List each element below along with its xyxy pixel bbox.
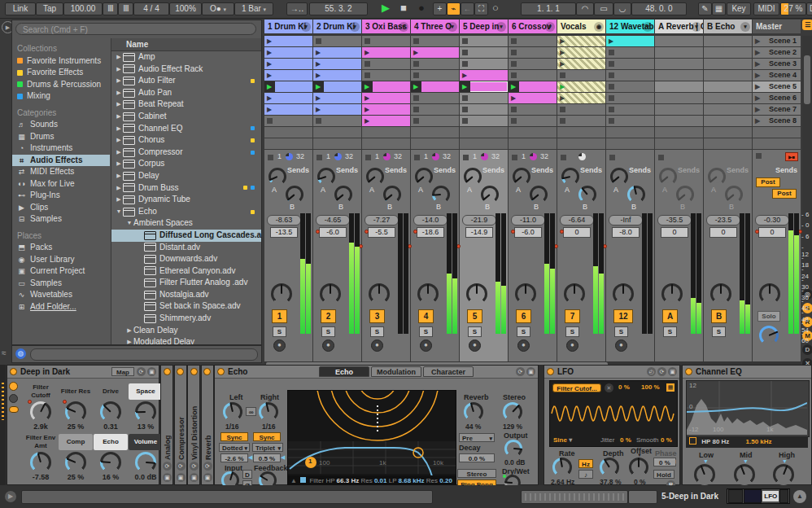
send-b-knob[interactable] [627, 186, 645, 204]
empty-clip-slot[interactable] [313, 36, 361, 46]
punch-out-button[interactable]: ◡ [613, 2, 631, 15]
empty-clip-slot[interactable] [557, 104, 605, 115]
clip-stop-icon[interactable] [413, 72, 419, 78]
scene-play-icon[interactable]: ▶ [755, 37, 760, 45]
track-header[interactable]: 12 Wavetabl▾ [606, 20, 654, 33]
loop-start-field[interactable]: 1. 1. 1 [521, 2, 576, 15]
mixer-section-toggle-4[interactable]: D [802, 344, 812, 355]
smooth-value[interactable]: 0 % [661, 436, 672, 444]
empty-clip-slot[interactable] [411, 116, 459, 126]
empty-clip-slot[interactable] [509, 70, 557, 81]
lfo-offset-knob[interactable] [629, 458, 648, 477]
track-activator-button[interactable]: 4 [418, 309, 434, 323]
clip-play-icon[interactable]: ▶ [267, 94, 272, 102]
preview-play-icon[interactable]: ▶ [5, 491, 16, 502]
volume-field[interactable]: 0 [661, 227, 688, 238]
playing-clip-button[interactable]: ▶ [313, 81, 324, 92]
clip-play-icon[interactable]: ▶ [365, 106, 369, 113]
clip-play-icon[interactable]: ▶ [365, 94, 369, 102]
lfo-wave-select[interactable]: Sine ▾ [553, 436, 572, 444]
mid-freq-value[interactable]: 1.50 kHz [746, 438, 772, 445]
track-activator-button[interactable]: 12 [613, 309, 633, 323]
macro-knob[interactable] [135, 452, 156, 473]
lfo-title-bar[interactable]: LFO ◴ ⟳ ▣ [544, 366, 679, 379]
pan-knob[interactable] [417, 283, 439, 304]
empty-clip-slot[interactable] [460, 36, 508, 46]
clip-play-icon[interactable]: ▶ [316, 72, 321, 79]
pan-knob[interactable] [369, 283, 390, 304]
peak-level-badge[interactable]: -23.5 [706, 215, 740, 226]
track-header[interactable]: 6 Crossov▾ [509, 20, 557, 33]
macro-value[interactable]: 16 % [94, 473, 128, 481]
session-clip[interactable]: ▶ [313, 70, 361, 81]
playing-clip-button[interactable]: ▶ [460, 81, 470, 92]
volume-field[interactable]: -14.9 [465, 227, 493, 238]
clip-stop-icon[interactable] [413, 107, 419, 112]
return-clip-slot[interactable] [655, 116, 703, 126]
master-track-header[interactable]: Master [753, 20, 801, 33]
hotswap-icon[interactable]: ⟳ [657, 367, 666, 376]
offset-right-field[interactable]: 0.5 % [253, 453, 281, 462]
clip-stop-icon[interactable] [365, 38, 370, 44]
macro-knob[interactable] [65, 401, 86, 423]
chevron-down-icon[interactable]: ▾ [496, 22, 506, 32]
clip-stop-icon[interactable] [511, 72, 517, 78]
hotswap-icon[interactable]: ⟳ [163, 462, 172, 471]
lfo-hold-button[interactable]: Hold [653, 470, 674, 479]
time-signature-field[interactable]: 4 / 4 [133, 2, 169, 15]
clip-stop-icon[interactable] [560, 118, 565, 124]
macro-knob[interactable] [30, 452, 51, 473]
master-solo-button[interactable]: Solo [757, 311, 780, 322]
clip-stop-icon[interactable] [609, 50, 614, 55]
empty-clip-slot[interactable] [460, 104, 508, 115]
send-b-post-toggle[interactable]: Post [772, 189, 797, 199]
session-clip[interactable]: ▶ [362, 104, 410, 115]
volume-field[interactable]: 0 [758, 227, 786, 238]
eq-high-knob[interactable] [773, 464, 794, 485]
reverb-position-dropdown[interactable]: Pre [459, 433, 495, 442]
session-clip[interactable]: ▶ [557, 59, 605, 69]
solo-button[interactable]: S [370, 326, 384, 337]
send-b-knob[interactable] [481, 186, 499, 204]
return-clip-slot[interactable] [655, 70, 703, 81]
pan-knob[interactable] [564, 283, 585, 304]
clip-stop-icon[interactable] [511, 61, 517, 67]
send-b-knob[interactable] [286, 186, 303, 204]
empty-clip-slot[interactable] [606, 116, 654, 126]
clip-stop-icon[interactable] [462, 38, 468, 44]
clip-stop-icon[interactable] [609, 107, 614, 112]
new-button[interactable]: + [433, 2, 447, 15]
session-clip[interactable]: ▶ [362, 47, 410, 58]
save-preset-icon[interactable]: ▣ [163, 473, 172, 482]
clip-stop-icon[interactable] [560, 107, 565, 112]
clip-stop-icon[interactable] [511, 38, 517, 44]
session-clip[interactable]: ▶ [557, 81, 605, 92]
arm-button[interactable]: ● [469, 339, 481, 352]
save-preset-icon[interactable]: ▣ [668, 367, 677, 376]
volume-field[interactable]: -6.0 [319, 227, 347, 238]
empty-clip-slot[interactable] [509, 47, 557, 58]
arm-button[interactable]: ● [517, 339, 530, 352]
scene-play-icon[interactable]: ▶ [755, 94, 760, 102]
echo-display[interactable]: 1 100 1k 10k ▲ Filter HP 66.3 Hz Res 0.0… [287, 390, 456, 488]
send-a-post-toggle[interactable]: Post [756, 177, 780, 187]
macro-knob[interactable] [65, 452, 86, 473]
arm-button[interactable]: ● [615, 339, 627, 352]
empty-clip-slot[interactable] [362, 59, 410, 69]
return-clip-slot[interactable] [704, 81, 752, 92]
send-b-knob[interactable] [383, 186, 401, 204]
track-activator-button[interactable]: 1 [272, 309, 287, 323]
echo-channel-mode-stereo[interactable]: Stereo [457, 469, 496, 478]
link-button[interactable]: Link [5, 2, 36, 15]
track-overview-strip[interactable] [521, 490, 628, 504]
return-clip-slot[interactable] [655, 93, 703, 103]
clip-play-icon[interactable]: ▶ [267, 72, 272, 79]
clip-stop-icon[interactable] [462, 107, 468, 112]
solo-button[interactable]: S [273, 326, 286, 337]
send-a-knob[interactable] [464, 168, 482, 186]
device-on-led[interactable] [685, 368, 692, 375]
pan-knob[interactable] [613, 283, 634, 304]
clip-stop-icon[interactable] [609, 61, 614, 67]
offset-left-field[interactable]: -2.6 % [220, 453, 248, 462]
pan-knob[interactable] [320, 283, 341, 304]
